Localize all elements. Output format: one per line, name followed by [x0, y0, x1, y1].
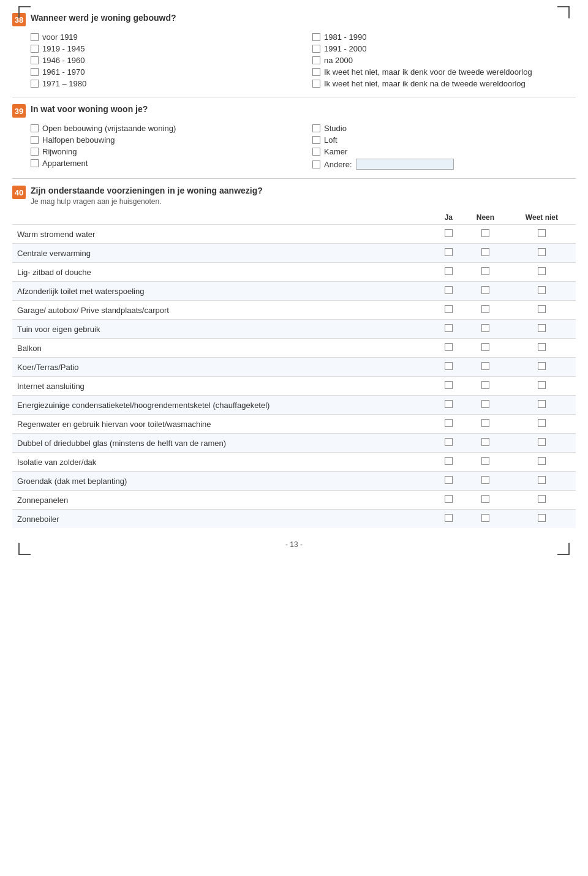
- q38-option-2[interactable]: 1919 - 1945: [31, 43, 294, 55]
- cell-neen[interactable]: [463, 339, 508, 358]
- checkbox-weet-niet[interactable]: [538, 400, 546, 408]
- q39-option-6[interactable]: Loft: [312, 134, 576, 146]
- cell-weet-niet[interactable]: [508, 263, 576, 282]
- cell-weet-niet[interactable]: [508, 453, 576, 472]
- cell-ja[interactable]: [434, 358, 463, 377]
- checkbox-weet-niet[interactable]: [538, 438, 546, 446]
- q38-option-4[interactable]: 1961 - 1970: [31, 66, 294, 78]
- cell-neen[interactable]: [463, 301, 508, 320]
- checkbox-weet-niet[interactable]: [538, 514, 546, 522]
- checkbox-weet-niet[interactable]: [538, 419, 546, 427]
- checkbox-ja[interactable]: [445, 248, 453, 256]
- cell-neen[interactable]: [463, 453, 508, 472]
- q39-option-5[interactable]: Studio: [312, 123, 576, 134]
- q38-checkbox-9[interactable]: [312, 68, 320, 76]
- q38-option-7[interactable]: 1991 - 2000: [312, 43, 576, 55]
- cell-neen[interactable]: [463, 434, 508, 453]
- q38-option-3[interactable]: 1946 - 1960: [31, 55, 294, 66]
- checkbox-ja[interactable]: [445, 495, 453, 503]
- q39-option-2[interactable]: Halfopen bebouwing: [31, 134, 294, 146]
- cell-ja[interactable]: [434, 320, 463, 339]
- q39-checkbox-andere[interactable]: [312, 160, 320, 168]
- cell-neen[interactable]: [463, 510, 508, 529]
- cell-ja[interactable]: [434, 301, 463, 320]
- cell-neen[interactable]: [463, 244, 508, 263]
- cell-ja[interactable]: [434, 282, 463, 301]
- cell-ja[interactable]: [434, 472, 463, 491]
- q38-checkbox-4[interactable]: [31, 68, 39, 76]
- cell-neen[interactable]: [463, 396, 508, 415]
- q38-checkbox-6[interactable]: [312, 33, 320, 41]
- checkbox-neen[interactable]: [481, 381, 489, 389]
- checkbox-neen[interactable]: [481, 495, 489, 503]
- q39-option-andere[interactable]: Andere:: [312, 157, 576, 171]
- checkbox-neen[interactable]: [481, 438, 489, 446]
- cell-weet-niet[interactable]: [508, 339, 576, 358]
- cell-ja[interactable]: [434, 415, 463, 434]
- q38-checkbox-8[interactable]: [312, 56, 320, 64]
- checkbox-neen[interactable]: [481, 248, 489, 256]
- checkbox-ja[interactable]: [445, 438, 453, 446]
- q39-option-7[interactable]: Kamer: [312, 146, 576, 157]
- q38-option-6[interactable]: 1981 - 1990: [312, 31, 576, 43]
- checkbox-weet-niet[interactable]: [538, 267, 546, 275]
- checkbox-weet-niet[interactable]: [538, 248, 546, 256]
- checkbox-weet-niet[interactable]: [538, 476, 546, 484]
- q38-checkbox-10[interactable]: [312, 80, 320, 88]
- q38-option-5[interactable]: 1971 – 1980: [31, 78, 294, 89]
- q39-checkbox-1[interactable]: [31, 124, 39, 132]
- cell-ja[interactable]: [434, 244, 463, 263]
- cell-neen[interactable]: [463, 472, 508, 491]
- cell-ja[interactable]: [434, 434, 463, 453]
- cell-ja[interactable]: [434, 510, 463, 529]
- cell-neen[interactable]: [463, 320, 508, 339]
- q39-option-4[interactable]: Appartement: [31, 157, 294, 169]
- q38-option-9[interactable]: Ik weet het niet, maar ik denk voor de t…: [312, 66, 576, 78]
- andere-input-field[interactable]: [356, 159, 454, 170]
- cell-ja[interactable]: [434, 225, 463, 244]
- cell-weet-niet[interactable]: [508, 244, 576, 263]
- cell-weet-niet[interactable]: [508, 282, 576, 301]
- cell-weet-niet[interactable]: [508, 358, 576, 377]
- cell-ja[interactable]: [434, 491, 463, 510]
- checkbox-neen[interactable]: [481, 457, 489, 465]
- checkbox-neen[interactable]: [481, 267, 489, 275]
- checkbox-weet-niet[interactable]: [538, 324, 546, 332]
- cell-neen[interactable]: [463, 491, 508, 510]
- checkbox-ja[interactable]: [445, 514, 453, 522]
- checkbox-weet-niet[interactable]: [538, 343, 546, 351]
- q38-checkbox-1[interactable]: [31, 33, 39, 41]
- checkbox-neen[interactable]: [481, 514, 489, 522]
- checkbox-ja[interactable]: [445, 267, 453, 275]
- checkbox-weet-niet[interactable]: [538, 457, 546, 465]
- cell-weet-niet[interactable]: [508, 396, 576, 415]
- checkbox-neen[interactable]: [481, 343, 489, 351]
- q39-checkbox-6[interactable]: [312, 136, 320, 144]
- checkbox-ja[interactable]: [445, 343, 453, 351]
- checkbox-neen[interactable]: [481, 229, 489, 237]
- cell-weet-niet[interactable]: [508, 472, 576, 491]
- q38-checkbox-7[interactable]: [312, 45, 320, 53]
- checkbox-ja[interactable]: [445, 229, 453, 237]
- checkbox-ja[interactable]: [445, 457, 453, 465]
- q39-option-3[interactable]: Rijwoning: [31, 146, 294, 157]
- cell-neen[interactable]: [463, 263, 508, 282]
- q39-checkbox-2[interactable]: [31, 136, 39, 144]
- checkbox-neen[interactable]: [481, 305, 489, 313]
- q39-checkbox-5[interactable]: [312, 124, 320, 132]
- q39-option-1[interactable]: Open bebouwing (vrijstaande woning): [31, 123, 294, 134]
- checkbox-neen[interactable]: [481, 400, 489, 408]
- checkbox-weet-niet[interactable]: [538, 362, 546, 370]
- q38-checkbox-3[interactable]: [31, 56, 39, 64]
- cell-ja[interactable]: [434, 453, 463, 472]
- checkbox-ja[interactable]: [445, 419, 453, 427]
- checkbox-neen[interactable]: [481, 286, 489, 294]
- cell-weet-niet[interactable]: [508, 225, 576, 244]
- cell-neen[interactable]: [463, 358, 508, 377]
- checkbox-weet-niet[interactable]: [538, 286, 546, 294]
- cell-weet-niet[interactable]: [508, 434, 576, 453]
- cell-ja[interactable]: [434, 396, 463, 415]
- cell-neen[interactable]: [463, 282, 508, 301]
- cell-ja[interactable]: [434, 339, 463, 358]
- checkbox-ja[interactable]: [445, 476, 453, 484]
